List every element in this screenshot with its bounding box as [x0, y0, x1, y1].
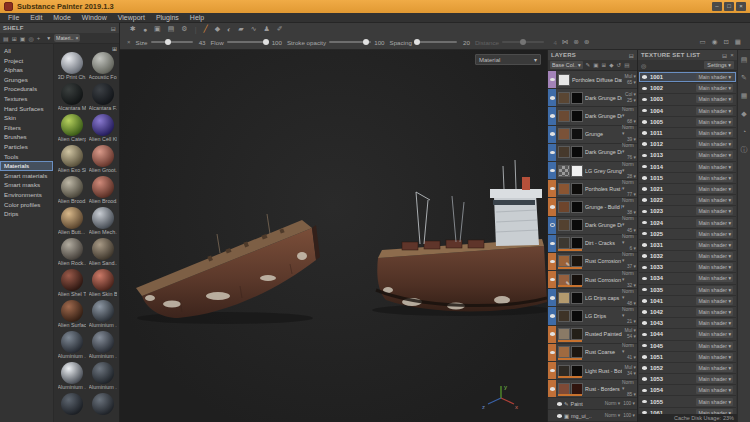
slider-track-flow[interactable] — [227, 41, 269, 43]
texture-set-visibility-eye-icon[interactable] — [642, 243, 647, 247]
texture-set-visibility-eye-icon[interactable] — [642, 389, 647, 393]
slider-knob-distance[interactable] — [520, 39, 526, 45]
material-item[interactable]: Alien Butt... — [57, 207, 86, 236]
layer-row[interactable]: Portholes Rust Corros...Norm ▾77 ▾ — [548, 180, 637, 198]
dock-layers-icon[interactable]: ▦ — [741, 92, 748, 100]
texture-set-visibility-eye-icon[interactable] — [642, 154, 647, 158]
close-button[interactable]: × — [736, 2, 746, 11]
texture-set-dock-icon[interactable]: ⊟ — [722, 52, 727, 59]
layer-content-thumbnail[interactable] — [558, 92, 570, 104]
layer-visibility-eye-icon[interactable] — [550, 132, 555, 136]
texture-set-visibility-eye-icon[interactable] — [642, 120, 647, 124]
layer-blend-opacity[interactable]: Norm ▾37 ▾ — [622, 253, 637, 270]
layer-row[interactable]: Dirt - CracksNorm ▾6 ▾ — [548, 235, 637, 253]
texture-set-row[interactable]: 1031Main shader ▾ — [639, 240, 736, 251]
shader-select[interactable]: Main shader ▾ — [696, 185, 733, 193]
opacity-value[interactable]: 68 ▾ — [627, 119, 636, 125]
texture-set-visibility-eye-icon[interactable] — [642, 355, 647, 359]
shader-select[interactable]: Main shader ▾ — [696, 252, 733, 260]
viewport-3d[interactable]: Material ▾ y x z — [120, 50, 547, 422]
shelf-category-drips[interactable]: Drips — [0, 209, 53, 219]
shader-select[interactable]: Main shader ▾ — [696, 207, 733, 215]
blend-mode-select[interactable]: Norm ▾ — [622, 289, 636, 301]
layer-content-thumbnail[interactable] — [558, 237, 570, 249]
material-item[interactable] — [57, 393, 86, 422]
menu-plugins[interactable]: Plugins — [156, 14, 179, 21]
layer-content-thumbnail[interactable] — [558, 383, 570, 395]
shelf-view-icon[interactable]: ▣ — [20, 35, 26, 42]
layer-row[interactable]: Dark Grunge Drips 2Norm ▾45 ▾ — [548, 217, 637, 235]
filter-funnel-icon[interactable]: ▼ — [46, 35, 51, 41]
effect-opacity[interactable]: 100 ▾ — [623, 413, 635, 418]
maximize-button[interactable]: □ — [724, 2, 734, 11]
layer-visibility-eye-icon[interactable] — [550, 387, 555, 391]
material-item[interactable]: Alien Brood... — [88, 176, 117, 205]
opacity-value[interactable]: 21 ▾ — [627, 319, 636, 325]
layer-mask-thumbnail[interactable] — [571, 128, 583, 140]
texture-set-visibility-eye-icon[interactable] — [642, 109, 647, 113]
add-layer-icon[interactable]: ⊞ — [602, 62, 607, 68]
opacity-value[interactable]: 76 ▾ — [627, 155, 636, 161]
opacity-value[interactable]: 32 ▾ — [627, 283, 636, 289]
material-item[interactable]: Aluminium ... — [88, 300, 117, 329]
menu-viewport[interactable]: Viewport — [118, 14, 145, 21]
layer-visibility-eye-icon[interactable] — [550, 96, 555, 100]
layer-row[interactable]: Rust - BordersNorm ▾85 ▾ — [548, 380, 637, 398]
clone-tool-icon[interactable]: ♟ — [264, 25, 270, 33]
layer-visibility-eye-icon[interactable] — [550, 351, 555, 355]
texture-set-row[interactable]: 1023Main shader ▾ — [639, 206, 736, 217]
layer-mask-thumbnail[interactable] — [571, 237, 583, 249]
dock-shelf-icon[interactable]: ▤ — [741, 56, 748, 64]
texture-set-visibility-eye-icon[interactable] — [642, 98, 647, 102]
blend-mode-select[interactable]: Norm ▾ — [622, 234, 636, 246]
shelf-category-hard-surfaces[interactable]: Hard Surfaces — [0, 104, 53, 114]
texture-set-visibility-eye-icon[interactable] — [642, 288, 647, 292]
texture-set-row[interactable]: 1034Main shader ▾ — [639, 273, 736, 284]
texture-set-visibility-eye-icon[interactable] — [642, 75, 647, 79]
shelf-category-filters[interactable]: Filters — [0, 123, 53, 133]
layer-blend-opacity[interactable]: Norm ▾6 ▾ — [622, 235, 637, 252]
dock-brush-settings-icon[interactable]: ✎ — [741, 74, 747, 82]
texture-set-row[interactable]: 1021Main shader ▾ — [639, 184, 736, 195]
shader-select[interactable]: Main shader ▾ — [696, 230, 733, 238]
opacity-value[interactable]: 85 ▾ — [627, 392, 636, 398]
layer-content-thumbnail[interactable] — [558, 292, 570, 304]
layer-visibility-eye-icon[interactable] — [550, 242, 555, 246]
texture-set-row[interactable]: 1012Main shader ▾ — [639, 139, 736, 150]
layer-content-thumbnail[interactable] — [558, 183, 570, 195]
shelf-category-tools[interactable]: Tools — [0, 152, 53, 162]
lazy-mouse-icon[interactable]: ⊚ — [573, 38, 578, 46]
shelf-category-grunges[interactable]: Grunges — [0, 75, 53, 85]
texture-set-visibility-eye-icon[interactable] — [642, 277, 647, 281]
layer-blend-opacity[interactable]: Mul ▾65 ▾ — [622, 71, 637, 88]
slider-track-stroke-opacity[interactable] — [329, 41, 371, 43]
texture-set-row[interactable]: 1004Main shader ▾ — [639, 106, 736, 117]
slider-knob-spacing[interactable] — [414, 39, 420, 45]
layer-mask-thumbnail[interactable] — [571, 365, 583, 377]
layer-row[interactable]: Rusted Painted MetalMul ▾54 ▾ — [548, 326, 637, 344]
shelf-search-icon[interactable]: ◎ — [28, 35, 33, 42]
layer-mask-thumbnail[interactable] — [571, 92, 583, 104]
texture-set-visibility-eye-icon[interactable] — [642, 187, 647, 191]
layer-visibility-eye-icon[interactable] — [550, 314, 555, 318]
effect-visibility-eye-icon[interactable] — [557, 402, 562, 406]
texture-set-row[interactable]: 1011Main shader ▾ — [639, 128, 736, 139]
layer-content-thumbnail[interactable]: ✎ — [558, 255, 570, 267]
layer-visibility-eye-icon[interactable] — [550, 169, 555, 173]
layer-mask-thumbnail[interactable] — [571, 328, 583, 340]
shelf-category-smart-materials[interactable]: Smart materials — [0, 171, 53, 181]
shelf-add-icon[interactable]: ⊞ — [12, 35, 17, 42]
layer-effect-row[interactable]: ▣mg_ui_..Norm ▾100 ▾ — [548, 410, 637, 422]
layer-blend-opacity[interactable]: Mul ▾34 ▾ — [622, 362, 637, 379]
blend-mode-select[interactable]: Norm ▾ — [622, 380, 636, 392]
settings-button[interactable]: Settings ▾ — [704, 61, 734, 69]
texture-set-row[interactable]: 1041Main shader ▾ — [639, 296, 736, 307]
material-item[interactable]: Alien Skin B... — [88, 269, 117, 298]
material-item[interactable]: Aluminium ... — [88, 331, 117, 360]
blend-mode-select[interactable]: Norm ▾ — [622, 162, 636, 174]
ship-model-left[interactable] — [136, 214, 320, 318]
texture-set-row[interactable]: 1003Main shader ▾ — [639, 94, 736, 105]
layer-row[interactable]: ✎Rust Corrosion DripNorm ▾37 ▾ — [548, 253, 637, 271]
material-item[interactable]: Alien Sand... — [88, 238, 117, 267]
layer-row[interactable]: Grunge - Build UpNorm ▾38 ▾ — [548, 198, 637, 216]
